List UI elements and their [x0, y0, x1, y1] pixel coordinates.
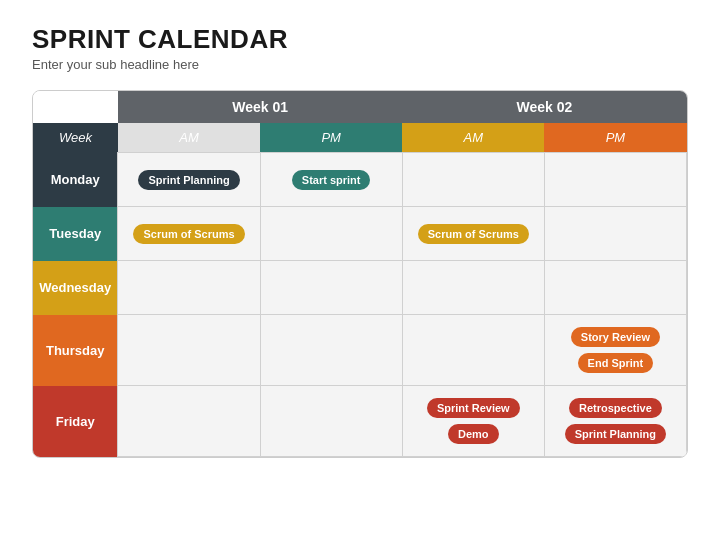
event-badge: Sprint Planning [565, 424, 666, 444]
cell-thursday-w1_am [118, 315, 260, 386]
page-title: SPRINT CALENDAR [32, 24, 688, 55]
cell-wednesday-w1_pm [260, 261, 402, 315]
week-column-label: Week [33, 123, 118, 153]
week1-header: Week 01 [118, 91, 402, 123]
day-label-wednesday: Wednesday [33, 261, 118, 315]
cell-monday-w1_pm: Start sprint [260, 153, 402, 207]
day-label-monday: Monday [33, 153, 118, 207]
event-badge: Sprint Review [427, 398, 520, 418]
calendar: Week 01 Week 02 Week AM PM AM PM MondayS… [32, 90, 688, 458]
event-badge: Scrum of Scrums [418, 224, 529, 244]
w1-am-header: AM [118, 123, 260, 153]
week-header-row: Week 01 Week 02 [33, 91, 687, 123]
w1-pm-header: PM [260, 123, 402, 153]
cell-tuesday-w2_am: Scrum of Scrums [402, 207, 544, 261]
cell-tuesday-w2_pm [544, 207, 686, 261]
cell-thursday-w2_am [402, 315, 544, 386]
page-subtitle: Enter your sub headline here [32, 57, 688, 72]
cell-tuesday-w1_am: Scrum of Scrums [118, 207, 260, 261]
cell-friday-w1_pm [260, 386, 402, 457]
cell-wednesday-w1_am [118, 261, 260, 315]
cell-wednesday-w2_am [402, 261, 544, 315]
event-badge: Demo [448, 424, 499, 444]
event-badge: End Sprint [578, 353, 654, 373]
cell-friday-w2_pm: RetrospectiveSprint Planning [544, 386, 686, 457]
cell-thursday-w2_pm: Story ReviewEnd Sprint [544, 315, 686, 386]
cell-monday-w2_am [402, 153, 544, 207]
cell-tuesday-w1_pm [260, 207, 402, 261]
week2-header: Week 02 [402, 91, 686, 123]
event-badge: Start sprint [292, 170, 371, 190]
day-label-thursday: Thursday [33, 315, 118, 386]
table-row: MondaySprint PlanningStart sprint [33, 153, 687, 207]
table-row: ThursdayStory ReviewEnd Sprint [33, 315, 687, 386]
ampm-header-row: Week AM PM AM PM [33, 123, 687, 153]
event-badge: Retrospective [569, 398, 662, 418]
day-label-friday: Friday [33, 386, 118, 457]
event-badge: Scrum of Scrums [133, 224, 244, 244]
cell-monday-w1_am: Sprint Planning [118, 153, 260, 207]
cell-friday-w1_am [118, 386, 260, 457]
w2-pm-header: PM [544, 123, 686, 153]
day-label-tuesday: Tuesday [33, 207, 118, 261]
table-row: Wednesday [33, 261, 687, 315]
cell-wednesday-w2_pm [544, 261, 686, 315]
table-row: TuesdayScrum of ScrumsScrum of Scrums [33, 207, 687, 261]
cell-friday-w2_am: Sprint ReviewDemo [402, 386, 544, 457]
cell-monday-w2_pm [544, 153, 686, 207]
w2-am-header: AM [402, 123, 544, 153]
table-row: FridaySprint ReviewDemoRetrospectiveSpri… [33, 386, 687, 457]
event-badge: Sprint Planning [138, 170, 239, 190]
event-badge: Story Review [571, 327, 660, 347]
cell-thursday-w1_pm [260, 315, 402, 386]
